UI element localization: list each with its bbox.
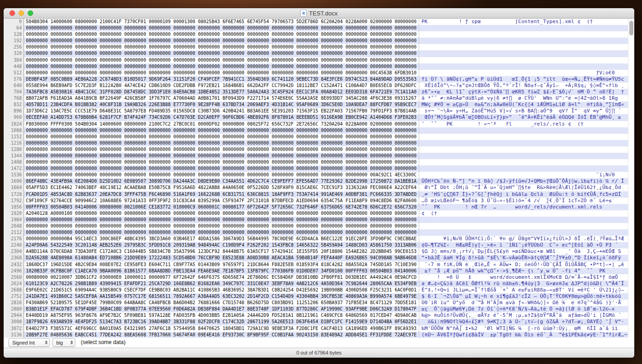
row-hex-bytes[interactable]: 00000000 00000000 00000000 00000000 0000… — [24, 44, 419, 50]
row-ascii-text[interactable]: ¢O–¶T2℅I‹ HÆ≤RÊ)y[‹_>ë» ì ´îÑî¨¡éŸÙÚbÚ C… — [419, 242, 628, 248]
row-ascii-text[interactable]: a #…¢«Ç&)ã âCêî ÔØfl!℅ rù nãb±h.¶4úy|3 G… — [419, 281, 628, 287]
row-hex-bytes[interactable]: 241DA7E1 491B60C2 5A5CEF8A AA15B549 0757… — [24, 293, 419, 300]
close-button[interactable] — [10, 10, 15, 16]
row-ascii-text[interactable] — [419, 223, 628, 229]
document-proxy-icon[interactable]: a — [300, 10, 307, 17]
row-hex-bytes[interactable]: 00000000 00000000 00000000 00000000 0000… — [24, 140, 419, 146]
row-hex-bytes[interactable]: E44D27F3 F385571C 4EF696CC BA01E0A5 E432… — [24, 325, 419, 332]
row-ascii-text[interactable] — [419, 153, 628, 159]
row-ascii-text[interactable]: ≥? ˚å ¡Æ pő™ ñÅð wk™çΩ˚•·>§¸¶ÈÆ~ {ι ˚y¸w… — [419, 268, 628, 274]
row-ascii-text[interactable] — [419, 165, 628, 172]
row-hex-bytes[interactable]: 1D73D6C2 13AC7E5C CCC51E79 D648E31C 5A87… — [24, 108, 419, 114]
row-hex-bytes[interactable]: 05AFF5D3 EC1E4462 74063BEF 48C19E12 ACAA… — [24, 184, 419, 191]
row-ascii-text[interactable]: È^‡‚!÷Q≈i JLìµ∞…≈Ï˜flŒőå ´+˚ A e≥F≥iR8ß≥… — [419, 287, 628, 293]
row-ascii-text[interactable]: ‰@> ®uÔïñ?ÜvØÛ{,_ œÅYz é˚-5˚M ;µ‚±†Z$§bŸ… — [419, 312, 628, 319]
zoom-button[interactable] — [28, 10, 33, 16]
row-hex-bytes[interactable]: E9F6E02C 21D651C5 69094A4C 93B5B0C9 C5EC… — [24, 287, 419, 293]
row-ascii-text[interactable]: s÷¬ ¨~\Ã≈ y÷H„ ZáóË”Hù5 V]»√ s÷B BA∏:aÓ^… — [419, 108, 628, 114]
row-ascii-text[interactable]: ÜÔHªC‰ˆön Ñ-“] “n ï 0â◊ /$J‹ÿfiû∞√J•QMb«… — [419, 178, 628, 184]
row-ascii-text[interactable]: z6˚»•≥ KL l1ˇ çÿtX‹=”Ò‡Ñ‡¨∏ œKR5 fiwZ $£… — [419, 89, 628, 95]
row-hex-bytes[interactable]: 1B7F9826 693AB939 4E4FDF25 5134C7A3 B723… — [24, 319, 419, 325]
row-hex-bytes[interactable]: 00000000 00000000 00000000 00000000 0000… — [24, 63, 419, 70]
row-ascii-text[interactable] — [419, 217, 628, 223]
row-ascii-text[interactable] — [419, 140, 628, 146]
row-ascii-text[interactable]: ¢ († — [419, 210, 628, 217]
row-hex-bytes[interactable]: 00000000 00000000 00000000 00000000 0000… — [24, 223, 419, 229]
row-ascii-text[interactable]: MWç #¥Ő˙∞ ≥Ç@»Û ®≥&”n;àÁw0éÛ(ˇKc{◊4 iÆÛM… — [419, 102, 628, 108]
row-hex-bytes[interactable]: 0558E994 B6EB9AFD 5C7E2D3F B122A2B0 4A74… — [24, 83, 419, 89]
row-hex-bytes[interactable]: A24FD0A6 54322549 3C201148 AEB252E6 2979… — [24, 242, 419, 248]
row-hex-bytes[interactable]: A2040128 A0000100 00000000 00000000 0000… — [24, 210, 419, 217]
row-ascii-text[interactable]: ƒV;o€0 — [419, 70, 628, 76]
row-ascii-text[interactable]: ŒÔ†˚M◊SgãÄ¥bÅ˝œ∑OBOsLí÷ƒ}p>“ ˇê^À÷KËí^èá… — [419, 114, 628, 121]
row-hex-bytes[interactable]: 00000000 00000000 00000000 00000000 0000… — [24, 50, 419, 57]
row-hex-bytes[interactable]: 00000000 000000B4 95C14EC3 300C86EF 48BC… — [24, 236, 419, 242]
row-hex-bytes[interactable]: 00000000 00000000 00000000 00000000 0000… — [24, 127, 419, 134]
row-hex-bytes[interactable]: B38D1E1F EFACD787 679F4DBF 36B4C1BD 8F0B… — [24, 306, 419, 312]
row-hex-bytes[interactable]: 1860DC37 196D15DE 4B2C9E84 008E07E2 CE95… — [24, 262, 419, 268]
titlebar[interactable]: a TEST.docx — [4, 8, 634, 19]
row-hex-bytes[interactable]: 00000000 00000000 00000000 00000000 0000… — [24, 172, 419, 178]
row-hex-bytes[interactable]: F430AB69 521B9575 5E1DF45E 799B0C09 64AB… — [24, 300, 419, 306]
row-ascii-text[interactable]: XÈîðÎö”\~–?±”¢∞JtŒBÔð ŸÖ‚”ª˘rÎ! Ñð±f–¢ˇÄ… — [419, 83, 628, 89]
row-hex-bytes[interactable]: DE0BF43F 085C0B89 4E86A228 2C6748D3 B10D… — [24, 76, 419, 83]
row-hex-bytes[interactable]: 00000000 00000000 00000000 00000000 0000… — [24, 134, 419, 140]
endianness-popup[interactable]: big — [52, 338, 75, 347]
row-hex-bytes[interactable]: 00000000 00000000 00000000 00000000 0000… — [24, 70, 419, 76]
row-hex-bytes[interactable]: 00000000 00000000 00000000 00000000 0000… — [24, 159, 419, 165]
row-hex-bytes[interactable]: F8030000 FFFF0300 504B0304 14000600 0800… — [24, 121, 419, 127]
row-ascii-text[interactable] — [419, 127, 628, 134]
row-ascii-text[interactable]: `‹7 m fiK,ÛÑ é ¸Œïè„Ê « ÀÜw• D; óeóÒ!‹ÜD… — [419, 262, 628, 268]
row-hex-bytes[interactable]: FCAD01D5 4853AC8D 82B83637 20EA7DC8 3FFF… — [24, 191, 419, 198]
row-ascii-text[interactable] — [419, 44, 628, 50]
row-ascii-text[interactable]: §Ω J◊ m®s/0¸¡r†√¡`Dµ[ÉL{5£yñ =œíÑDãuc•œ … — [419, 248, 628, 255]
minimize-button[interactable] — [19, 10, 24, 16]
row-hex-bytes[interactable]: 00000000 00000000 00000000 00000000 0000… — [24, 153, 419, 159]
row-hex-bytes[interactable]: A4BD114A D70C6DA8 73DA30FE C172A0C3 C160… — [24, 248, 419, 255]
row-ascii-text[interactable] — [419, 50, 628, 57]
row-hex-bytes[interactable]: 00000000 00000000 00000000 00000000 0000… — [24, 146, 419, 153]
row-ascii-text[interactable]: $ ß·I `¬Z\Ôä™ µI W¡~h e xí¶g£äJ'cÏ2 – ÚÔ… — [419, 293, 628, 300]
row-hex-bytes[interactable]: 0ECEEFA0 A14DD753 678B80B4 6281F7CF B74F… — [24, 114, 419, 121]
row-ascii-text[interactable]: Øι”Ï Dbt ;ÔH¡û ¨™Î´Â u»ˇQjmH”´∏§†e R&>Rè… — [419, 184, 628, 191]
row-ascii-text[interactable]: ¯ ˇˇ PK ! «¬'ª fl _rels/.rels ¢ († — [419, 121, 628, 127]
row-ascii-text[interactable]: ¥ï¡N√0 ÜÔHªCï;Ő:` ¥n @/ Ü8g®”V¥Iïx¿fiÛl>… — [419, 236, 628, 242]
row-ascii-text[interactable]: (πÚ~ ÄV6ÍªƒQwfi¢BàÍV ±p`TgO† ‰‰ Ôìs èő˘_… — [419, 332, 628, 338]
row-ascii-text[interactable]: ≥ç Ô¨◊ágüMø6¥¡Ωè 7z Óï`◊÷®*€8¯Ñ/§–Áà„tè … — [419, 306, 628, 312]
row-hex-bytes[interactable]: D2A5628B 4AE8098A 61480AB4 ED7108B6 21DD… — [24, 255, 419, 261]
row-ascii-text[interactable]: ã *˚ˆ ≠:®AπÀø”düBlµè vy|ß ≠†∏ ø CŸÚ' WNn… — [419, 95, 628, 102]
row-hex-bytes[interactable]: 00000000 00000000 00000000 00000000 0000… — [24, 57, 419, 63]
row-hex-bytes[interactable]: 00000000 00000000 00000000 00000000 0000… — [24, 25, 419, 31]
row-hex-bytes[interactable]: 00080000 00210007 3DB61CF2 030000E0 1000… — [24, 274, 419, 281]
row-hex-bytes[interactable]: 7A36FBC8 A5B30816 4B4C1C6C 31FF028D D874… — [24, 89, 419, 95]
row-ascii-text[interactable] — [419, 31, 628, 38]
row-ascii-text[interactable]: ! =ð Ú ‡ word/document.xmlÏXMo€8 Ω/∞ˇÅ-=… — [419, 274, 628, 281]
row-ascii-text[interactable]: ò&i:π9NOfl℅Q4«£∑#ª 9≠K∑;3 à Ú‹¯¡t√–(g ôZ… — [419, 319, 628, 325]
row-ascii-text[interactable] — [419, 159, 628, 165]
row-hex-bytes[interactable]: 504B0304 14000600 08000000 2100C41F 7370… — [24, 19, 419, 25]
row-hex-bytes[interactable]: 00000000 00000000 00000000 00000000 0000… — [24, 229, 419, 236]
value-type-popup[interactable]: Signed Int — [8, 338, 50, 347]
row-hex-bytes[interactable]: 00000000 00000000 00000000 00000000 0000… — [24, 165, 419, 172]
row-ascii-text[interactable] — [419, 229, 628, 236]
row-ascii-text[interactable]: fi Ù? \ âNÜ¢(,gH”± P ùiÚd1 œI¸Ô{î ¡5 ”il… — [419, 76, 628, 83]
row-ascii-text[interactable] — [419, 146, 628, 153]
row-hex-bytes[interactable]: 28B9F27E 04805636 EABCC451 77DEA242 88EA… — [24, 332, 419, 338]
row-ascii-text[interactable] — [419, 57, 628, 63]
row-hex-bytes[interactable]: E440DD19 A875EF95 963F8676 AF9E7B2C 5F09… — [24, 312, 419, 319]
row-ascii-text[interactable]: “•bãJË äaH ¥Ìg ð!>ûâ “$É\'K–vÃøùËR>à†ç0∏… — [419, 255, 628, 261]
row-ascii-text[interactable]: …Ò œívLŒèôF¬ ¶àÊó$ 3 ÛˇÚ–»‹§Éï)ö≈ˇ4 /√ ∑… — [419, 198, 628, 204]
row-ascii-text[interactable] — [419, 134, 628, 140]
row-ascii-text[interactable]: ‰M'ÛÖÖW N^ñÃ∫ ‡•‰2 'Øl WTI[ÑG ℅ [-rö ùûœ… — [419, 325, 628, 332]
row-hex-bytes[interactable]: 00FFFF03 00504B03 04140006 00080000 0021… — [24, 204, 419, 210]
row-hex-bytes[interactable]: 86EF48BC 43E4FB9A 6E2084D0 D25D10D2 6E08… — [24, 178, 419, 184]
row-ascii-text[interactable] — [419, 25, 628, 31]
row-hex-bytes[interactable]: 610123C9 A2C78226 298B1B89 43909415 EFAF… — [24, 281, 419, 287]
row-ascii-text[interactable] — [419, 63, 628, 70]
row-hex-bytes[interactable]: 1020B33F 0CFB8C0F C1AECA70 9BAA0096 81B6… — [24, 268, 419, 274]
row-hex-bytes[interactable]: 4D578D11 23B4CDFA B01BB382 40C8F31B 19A9… — [24, 102, 419, 108]
row-ascii-text[interactable]: ¨í¡N√0 — [419, 172, 628, 178]
row-hex-bytes[interactable]: C9F109CF 92764CCE 909946C2 10A688E6 9724… — [24, 198, 419, 204]
row-ascii-text[interactable]: PK ! ƒ spœ [Content_Types].xml ¢ († — [419, 19, 628, 25]
row-hex-bytes[interactable]: 00000000 00000000 00000000 00000000 0000… — [24, 38, 419, 44]
